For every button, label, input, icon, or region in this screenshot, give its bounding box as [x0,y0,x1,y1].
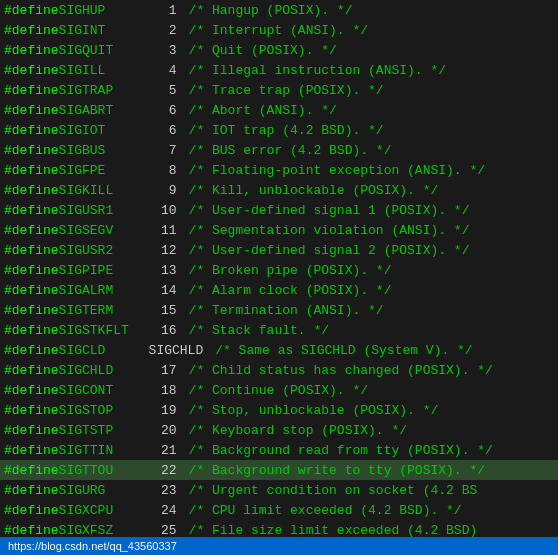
signal-comment: /* Quit (POSIX). */ [189,43,337,58]
signal-name: SIGXCPU [59,503,149,518]
signal-number: 19 [149,403,189,418]
signal-comment: /* User-defined signal 2 (POSIX). */ [189,243,470,258]
signal-number: 4 [149,63,189,78]
signal-number: 22 [149,463,189,478]
signal-number: 17 [149,363,189,378]
signal-comment: /* Trace trap (POSIX). */ [189,83,384,98]
signal-number: 11 [149,223,189,238]
table-row: #define SIGQUIT3/* Quit (POSIX). */ [0,40,558,60]
keyword-define: #define [4,423,59,438]
signal-name: SIGINT [59,23,149,38]
table-row: #define SIGALRM14/* Alarm clock (POSIX).… [0,280,558,300]
signal-name: SIGIOT [59,123,149,138]
keyword-define: #define [4,223,59,238]
table-row: #define SIGTSTP20/* Keyboard stop (POSIX… [0,420,558,440]
signal-comment: /* Child status has changed (POSIX). */ [189,363,493,378]
keyword-define: #define [4,503,59,518]
keyword-define: #define [4,163,59,178]
signal-comment: /* CPU limit exceeded (4.2 BSD). */ [189,503,462,518]
table-row: #define SIGINT2/* Interrupt (ANSI). */ [0,20,558,40]
signal-number: 20 [149,423,189,438]
table-row: #define SIGCLDSIGCHLD/* Same as SIGCHLD … [0,340,558,360]
signal-comment: /* Hangup (POSIX). */ [189,3,353,18]
signal-comment: /* Broken pipe (POSIX). */ [189,263,392,278]
keyword-define: #define [4,243,59,258]
table-row: #define SIGHUP1/* Hangup (POSIX). */ [0,0,558,20]
signal-number: 5 [149,83,189,98]
table-row: #define SIGCONT18/* Continue (POSIX). */ [0,380,558,400]
signal-name: SIGCLD [59,343,149,358]
signal-name: SIGCONT [59,383,149,398]
signal-comment: /* User-defined signal 1 (POSIX). */ [189,203,470,218]
signal-number: 6 [149,103,189,118]
keyword-define: #define [4,403,59,418]
keyword-define: #define [4,523,59,538]
keyword-define: #define [4,183,59,198]
signal-comment: /* Urgent condition on socket (4.2 BS [189,483,478,498]
table-row: #define SIGSTKFLT16/* Stack fault. */ [0,320,558,340]
lines-container: #define SIGHUP1/* Hangup (POSIX). */#def… [0,0,558,555]
signal-name: SIGTRAP [59,83,149,98]
signal-name: SIGBUS [59,143,149,158]
signal-name: SIGTTOU [59,463,149,478]
signal-comment: /* Continue (POSIX). */ [189,383,368,398]
signal-comment: /* Keyboard stop (POSIX). */ [189,423,407,438]
signal-comment: /* Abort (ANSI). */ [189,103,337,118]
signal-name: SIGKILL [59,183,149,198]
signal-name: SIGALRM [59,283,149,298]
keyword-define: #define [4,43,59,58]
signal-name: SIGSTKFLT [59,323,149,338]
keyword-define: #define [4,83,59,98]
keyword-define: #define [4,123,59,138]
keyword-define: #define [4,63,59,78]
signal-comment: /* Illegal instruction (ANSI). */ [189,63,446,78]
signal-comment: /* Alarm clock (POSIX). */ [189,283,392,298]
keyword-define: #define [4,3,59,18]
keyword-define: #define [4,283,59,298]
signal-comment: /* Stack fault. */ [189,323,329,338]
signal-comment: /* Stop, unblockable (POSIX). */ [189,403,439,418]
code-view: #define SIGHUP1/* Hangup (POSIX). */#def… [0,0,558,555]
signal-number: 8 [149,163,189,178]
signal-comment: /* Background read from tty (POSIX). */ [189,443,493,458]
signal-number: 3 [149,43,189,58]
keyword-define: #define [4,443,59,458]
signal-number: 7 [149,143,189,158]
signal-number: 9 [149,183,189,198]
signal-number: 16 [149,323,189,338]
signal-number: 23 [149,483,189,498]
table-row: #define SIGTTIN21/* Background read from… [0,440,558,460]
table-row: #define SIGXCPU24/* CPU limit exceeded (… [0,500,558,520]
tooltip-bar[interactable]: https://blog.csdn.net/qq_43560337 [0,537,558,555]
signal-comment: /* BUS error (4.2 BSD). */ [189,143,392,158]
signal-comment: /* Same as SIGCHLD (System V). */ [215,343,472,358]
signal-number: 24 [149,503,189,518]
signal-name: SIGABRT [59,103,149,118]
signal-comment: /* Interrupt (ANSI). */ [189,23,368,38]
table-row: #define SIGCHLD17/* Child status has cha… [0,360,558,380]
table-row: #define SIGSTOP19/* Stop, unblockable (P… [0,400,558,420]
table-row: #define SIGUSR110/* User-defined signal … [0,200,558,220]
signal-name: SIGUSR2 [59,243,149,258]
table-row: #define SIGILL4/* Illegal instruction (A… [0,60,558,80]
table-row: #define SIGPIPE13/* Broken pipe (POSIX).… [0,260,558,280]
keyword-define: #define [4,23,59,38]
table-row: #define SIGTERM15/* Termination (ANSI). … [0,300,558,320]
signal-number: 12 [149,243,189,258]
keyword-define: #define [4,303,59,318]
signal-name: SIGPIPE [59,263,149,278]
signal-number: 6 [149,123,189,138]
table-row: #define SIGKILL9/* Kill, unblockable (PO… [0,180,558,200]
table-row: #define SIGABRT6/* Abort (ANSI). */ [0,100,558,120]
table-row: #define SIGFPE8/* Floating-point excepti… [0,160,558,180]
signal-number: 18 [149,383,189,398]
signal-name: SIGXFSZ [59,523,149,538]
signal-number: SIGCHLD [149,343,216,358]
keyword-define: #define [4,463,59,478]
signal-name: SIGILL [59,63,149,78]
signal-name: SIGURG [59,483,149,498]
keyword-define: #define [4,483,59,498]
signal-number: 13 [149,263,189,278]
signal-number: 2 [149,23,189,38]
signal-name: SIGTTIN [59,443,149,458]
